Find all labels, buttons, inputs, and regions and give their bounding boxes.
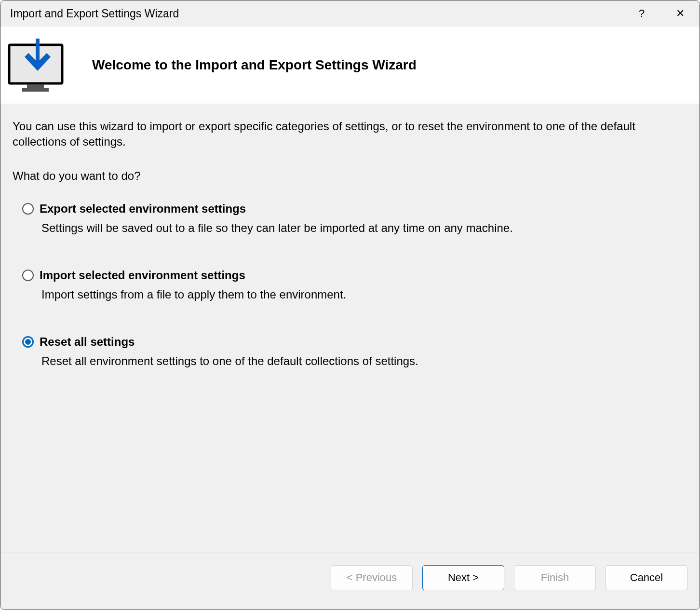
footer: < Previous Next > Finish Cancel <box>0 553 700 610</box>
header-banner: Welcome to the Import and Export Setting… <box>0 27 700 104</box>
option-export-title: Export selected environment settings <box>40 202 246 216</box>
close-button[interactable]: ✕ <box>671 6 690 21</box>
dialog-title: Import and Export Settings Wizard <box>10 7 179 20</box>
radio-import[interactable] <box>22 270 34 281</box>
wizard-prompt: What do you want to do? <box>13 169 687 183</box>
titlebar-buttons: ? ✕ <box>632 6 690 21</box>
next-button[interactable]: Next > <box>422 565 504 590</box>
option-import[interactable]: Import selected environment settings Imp… <box>22 269 687 301</box>
option-export[interactable]: Export selected environment settings Set… <box>22 202 687 235</box>
help-button[interactable]: ? <box>632 6 651 21</box>
svg-rect-2 <box>22 88 49 92</box>
option-export-desc: Settings will be saved out to a file so … <box>22 221 687 235</box>
option-reset[interactable]: Reset all settings Reset all environment… <box>22 335 687 368</box>
radio-export[interactable] <box>22 203 34 215</box>
titlebar: Import and Export Settings Wizard ? ✕ <box>0 0 700 27</box>
wizard-description: You can use this wizard to import or exp… <box>13 119 687 150</box>
option-reset-title: Reset all settings <box>40 335 135 349</box>
previous-button: < Previous <box>331 565 413 590</box>
welcome-title: Welcome to the Import and Export Setting… <box>92 57 417 73</box>
content-area: You can use this wizard to import or exp… <box>0 104 700 553</box>
finish-button: Finish <box>514 565 596 590</box>
option-reset-desc: Reset all environment settings to one of… <box>22 354 687 368</box>
option-import-title: Import selected environment settings <box>40 269 245 282</box>
option-import-desc: Import settings from a file to apply the… <box>22 288 687 301</box>
radio-reset[interactable] <box>22 336 34 348</box>
import-monitor-icon <box>5 36 68 94</box>
wizard-dialog: Import and Export Settings Wizard ? ✕ We… <box>0 0 700 610</box>
options-list: Export selected environment settings Set… <box>13 202 687 368</box>
svg-rect-1 <box>27 84 44 88</box>
cancel-button[interactable]: Cancel <box>606 565 687 590</box>
